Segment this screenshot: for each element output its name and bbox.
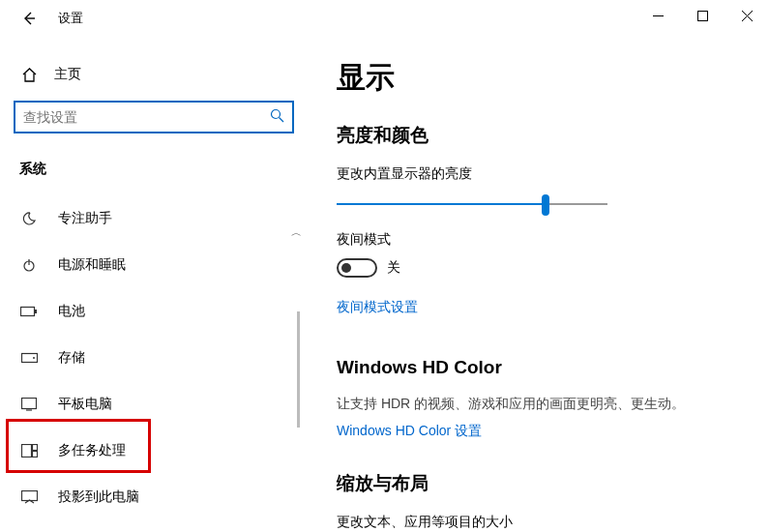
titlebar: 设置 bbox=[0, 0, 769, 37]
search-box[interactable] bbox=[14, 101, 294, 133]
sidebar-item-focus-assist[interactable]: 专注助手 bbox=[14, 195, 294, 242]
minimize-button[interactable] bbox=[636, 0, 680, 31]
svg-point-12 bbox=[33, 357, 35, 359]
hd-color-settings-link[interactable]: Windows HD Color 设置 bbox=[337, 423, 482, 440]
sidebar-item-label: 投影到此电脑 bbox=[58, 488, 139, 506]
moon-icon bbox=[19, 211, 39, 226]
sidebar-item-projecting[interactable]: 投影到此电脑 bbox=[14, 474, 294, 520]
multitask-icon bbox=[19, 444, 39, 458]
maximize-button[interactable] bbox=[680, 0, 725, 31]
battery-icon bbox=[19, 306, 39, 317]
back-arrow-icon bbox=[21, 11, 37, 26]
project-icon bbox=[19, 490, 39, 504]
night-light-state: 关 bbox=[387, 259, 400, 277]
brightness-color-header: 亮度和颜色 bbox=[337, 123, 746, 148]
svg-rect-10 bbox=[35, 310, 37, 313]
sidebar: 主页 系统 专注助手 电源和睡眠 电池 存储 bbox=[0, 37, 310, 532]
power-icon bbox=[19, 257, 39, 273]
home-icon bbox=[19, 67, 39, 83]
sidebar-item-label: 电池 bbox=[58, 303, 85, 320]
slider-fill bbox=[337, 203, 546, 205]
maximize-icon bbox=[697, 11, 708, 21]
sidebar-item-tablet[interactable]: 平板电脑 bbox=[14, 381, 294, 428]
scroll-up-chevron-icon[interactable]: ︿ bbox=[291, 225, 302, 240]
night-light-toggle[interactable] bbox=[337, 258, 377, 278]
window-controls bbox=[636, 0, 769, 31]
tablet-icon bbox=[19, 398, 39, 411]
content-pane: 显示 亮度和颜色 更改内置显示器的亮度 夜间模式 关 夜间模式设置 Window… bbox=[310, 37, 769, 532]
svg-rect-17 bbox=[32, 452, 37, 458]
svg-line-6 bbox=[279, 118, 283, 123]
svg-rect-11 bbox=[21, 354, 37, 363]
search-icon bbox=[269, 108, 284, 126]
search-input[interactable] bbox=[23, 109, 269, 125]
svg-rect-15 bbox=[21, 445, 31, 458]
sidebar-item-label: 专注助手 bbox=[58, 210, 112, 227]
sidebar-item-label: 存储 bbox=[58, 349, 85, 367]
night-light-settings-link[interactable]: 夜间模式设置 bbox=[337, 299, 418, 316]
brightness-slider[interactable] bbox=[337, 194, 607, 214]
scrollbar-thumb[interactable] bbox=[297, 311, 300, 428]
brightness-label: 更改内置显示器的亮度 bbox=[337, 165, 746, 183]
scale-label: 更改文本、应用等项目的大小 bbox=[337, 514, 746, 531]
night-light-label: 夜间模式 bbox=[337, 231, 746, 249]
sidebar-item-storage[interactable]: 存储 bbox=[14, 335, 294, 381]
toggle-knob-icon bbox=[341, 263, 351, 273]
storage-icon bbox=[19, 352, 39, 364]
sidebar-item-power-sleep[interactable]: 电源和睡眠 bbox=[14, 242, 294, 288]
sidebar-item-label: 多任务处理 bbox=[58, 442, 126, 459]
sidebar-item-label: 平板电脑 bbox=[58, 396, 112, 413]
close-icon bbox=[742, 11, 753, 21]
sidebar-home[interactable]: 主页 bbox=[14, 56, 310, 93]
sidebar-home-label: 主页 bbox=[54, 66, 81, 83]
sidebar-section-header: 系统 bbox=[14, 161, 310, 178]
svg-rect-16 bbox=[32, 445, 37, 451]
svg-point-5 bbox=[271, 110, 280, 119]
svg-rect-2 bbox=[697, 11, 707, 20]
sidebar-item-battery[interactable]: 电池 bbox=[14, 288, 294, 335]
sidebar-item-multitasking[interactable]: 多任务处理 bbox=[14, 428, 294, 474]
scale-layout-header: 缩放与布局 bbox=[337, 471, 746, 496]
slider-thumb[interactable] bbox=[542, 194, 549, 216]
window-title: 设置 bbox=[58, 10, 83, 27]
hd-color-desc: 让支持 HDR 的视频、游戏和应用的画面更明亮、更生动。 bbox=[337, 396, 746, 413]
hd-color-header: Windows HD Color bbox=[337, 357, 746, 378]
page-title: 显示 bbox=[337, 58, 746, 98]
sidebar-item-shared-experiences[interactable]: 体验共享 bbox=[14, 520, 294, 532]
svg-rect-18 bbox=[21, 491, 37, 501]
sidebar-item-label: 电源和睡眠 bbox=[58, 256, 126, 274]
close-button[interactable] bbox=[725, 0, 769, 31]
sidebar-nav-list: 专注助手 电源和睡眠 电池 存储 平板电脑 多任务处理 bbox=[14, 195, 310, 532]
back-button[interactable] bbox=[14, 3, 44, 34]
minimize-icon bbox=[653, 11, 664, 21]
svg-rect-13 bbox=[22, 399, 37, 409]
svg-rect-9 bbox=[21, 308, 35, 316]
